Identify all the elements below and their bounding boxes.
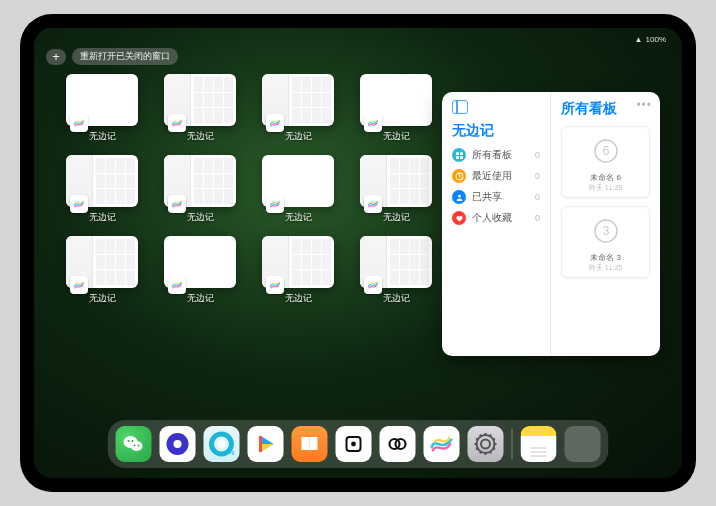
svg-line-23 [490, 451, 492, 454]
freeform-app-window[interactable]: 无边记 所有看板0最近使用0已共享0个人收藏0 ••• 所有看板 6未命名 6昨… [442, 92, 660, 356]
window-tile[interactable]: 无边记 [160, 74, 240, 143]
ipad-device-frame: ▲ 100% + 重新打开已关闭的窗口 无边记无边记无边记无边记无边记无边记无边… [20, 14, 696, 492]
window-tile[interactable]: 无边记 [258, 236, 338, 305]
app-folder-icon[interactable] [565, 426, 601, 462]
svg-line-31 [490, 434, 492, 437]
window-tile[interactable]: 无边记 [258, 155, 338, 224]
more-options-icon[interactable]: ••• [636, 98, 652, 112]
sidebar-item-label: 个人收藏 [472, 211, 512, 225]
sidebar-item-label: 已共享 [472, 190, 502, 204]
freeform-app-icon [70, 195, 88, 213]
heart-icon [452, 211, 466, 225]
window-tile[interactable]: 无边记 [160, 155, 240, 224]
sidebar-item[interactable]: 已共享0 [452, 190, 540, 204]
freeform-app-icon [168, 276, 186, 294]
dock: HD [108, 420, 609, 468]
browser-purple-app-icon[interactable] [160, 426, 196, 462]
sidebar-item-label: 所有看板 [472, 148, 512, 162]
status-right: ▲ 100% [635, 32, 666, 46]
top-controls: + 重新打开已关闭的窗口 [46, 48, 178, 65]
freeform-app-icon [266, 195, 284, 213]
new-window-button[interactable]: + [46, 49, 66, 65]
browser-teal-app-icon[interactable]: HD [204, 426, 240, 462]
window-tile-label: 无边记 [285, 292, 312, 305]
rings-app-icon[interactable] [380, 426, 416, 462]
window-tile[interactable]: 无边记 [160, 236, 240, 305]
board-card[interactable]: 6未命名 6昨天 11:28 [561, 126, 650, 198]
svg-line-26 [476, 448, 479, 450]
window-tile[interactable]: 无边记 [356, 236, 436, 305]
window-tile-label: 无边记 [89, 292, 116, 305]
app-sidebar-title: 无边记 [452, 122, 540, 140]
svg-point-13 [218, 440, 226, 448]
board-name: 未命名 6 [590, 172, 621, 183]
svg-line-32 [492, 439, 495, 441]
freeform-app-icon[interactable] [424, 426, 460, 462]
window-tile-label: 无边记 [383, 292, 410, 305]
notes-app-icon[interactable] [521, 426, 557, 462]
svg-line-29 [480, 434, 482, 437]
window-tile[interactable]: 无边记 [62, 236, 142, 305]
freeform-app-icon [70, 114, 88, 132]
svg-point-20 [481, 440, 490, 449]
wechat-app-icon[interactable] [116, 426, 152, 462]
window-thumbnail [164, 236, 236, 288]
plus-icon: + [52, 50, 60, 63]
status-bar: ▲ 100% [34, 32, 682, 46]
board-card[interactable]: 3未命名 3昨天 11:25 [561, 206, 650, 278]
svg-point-9 [138, 445, 140, 447]
sidebar-toggle-icon[interactable] [452, 100, 468, 114]
board-timestamp: 昨天 11:25 [589, 263, 622, 273]
sidebar-item[interactable]: 所有看板0 [452, 148, 540, 162]
svg-text:HD: HD [230, 450, 235, 456]
window-tile-label: 无边记 [285, 211, 312, 224]
svg-point-7 [132, 440, 134, 442]
settings-app-icon[interactable] [468, 426, 504, 462]
sidebar-item-count: 0 [535, 213, 540, 223]
board-timestamp: 昨天 11:28 [589, 183, 622, 193]
svg-point-11 [174, 440, 182, 448]
sidebar-item[interactable]: 最近使用0 [452, 169, 540, 183]
wifi-icon: ▲ [635, 35, 643, 44]
app-switcher-grid: 无边记无边记无边记无边记无边记无边记无边记无边记无边记无边记无边记无边记 [62, 74, 436, 408]
window-thumbnail [360, 155, 432, 207]
window-tile[interactable]: 无边记 [62, 74, 142, 143]
reopen-closed-windows-button[interactable]: 重新打开已关闭的窗口 [72, 48, 178, 65]
window-tile[interactable]: 无边记 [356, 74, 436, 143]
svg-text:6: 6 [602, 144, 609, 158]
person-icon [452, 190, 466, 204]
freeform-app-icon [266, 276, 284, 294]
sidebar-item-count: 0 [535, 171, 540, 181]
svg-point-5 [131, 441, 143, 451]
svg-line-25 [480, 451, 482, 454]
window-thumbnail [262, 74, 334, 126]
svg-line-22 [492, 448, 495, 450]
grid-icon [452, 148, 466, 162]
window-tile[interactable]: 无边记 [258, 74, 338, 143]
dice-game-app-icon[interactable] [336, 426, 372, 462]
window-tile-label: 无边记 [89, 130, 116, 143]
svg-point-16 [351, 442, 356, 447]
window-thumbnail [360, 74, 432, 126]
freeform-app-icon [168, 114, 186, 132]
svg-point-6 [128, 440, 130, 442]
freeform-app-icon [364, 114, 382, 132]
board-name: 未命名 3 [590, 252, 621, 263]
screen: ▲ 100% + 重新打开已关闭的窗口 无边记无边记无边记无边记无边记无边记无边… [34, 28, 682, 478]
window-tile-label: 无边记 [187, 292, 214, 305]
window-thumbnail [360, 236, 432, 288]
window-tile[interactable]: 无边记 [62, 155, 142, 224]
svg-line-28 [476, 439, 479, 441]
freeform-app-icon [364, 276, 382, 294]
freeform-app-icon [266, 114, 284, 132]
window-tile-label: 无边记 [383, 130, 410, 143]
sidebar-item[interactable]: 个人收藏0 [452, 211, 540, 225]
window-tile[interactable]: 无边记 [356, 155, 436, 224]
window-thumbnail [66, 155, 138, 207]
board-preview: 3 [581, 211, 631, 251]
books-app-icon[interactable] [292, 426, 328, 462]
app-sidebar: 无边记 所有看板0最近使用0已共享0个人收藏0 [442, 92, 551, 356]
video-player-app-icon[interactable] [248, 426, 284, 462]
svg-text:3: 3 [602, 224, 609, 238]
window-tile-label: 无边记 [285, 130, 312, 143]
